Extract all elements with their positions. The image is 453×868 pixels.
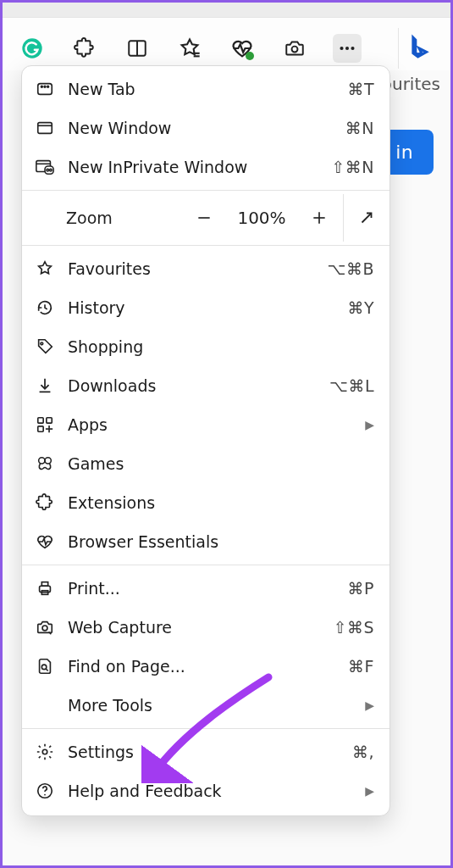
web-capture-toolbar-icon[interactable]: [280, 34, 309, 63]
menu-item-games[interactable]: Games: [22, 444, 389, 483]
new-window-icon: [34, 119, 56, 137]
zoom-label: Zoom: [66, 209, 138, 227]
bing-icon[interactable]: [398, 28, 439, 69]
menu-item-browser-essentials[interactable]: Browser Essentials: [22, 522, 389, 561]
download-icon: [34, 376, 56, 395]
menu-item-apps[interactable]: Apps ▶: [22, 405, 389, 444]
menu-label: Web Capture: [68, 618, 322, 637]
more-menu-button[interactable]: [333, 34, 362, 63]
menu-label: Find on Page...: [68, 657, 336, 676]
help-icon: [34, 782, 56, 800]
menu-shortcut: ⌥⌘B: [328, 259, 374, 278]
menu-item-settings[interactable]: Settings ⌘,: [22, 732, 389, 771]
menu-item-downloads[interactable]: Downloads ⌥⌘L: [22, 366, 389, 405]
svg-point-11: [41, 86, 42, 87]
camera-icon: [34, 618, 56, 637]
menu-separator: [22, 190, 389, 191]
menu-shortcut: ⌘T: [347, 80, 374, 98]
menu-item-new-inprivate[interactable]: New InPrivate Window ⇧⌘N: [22, 147, 389, 186]
svg-rect-10: [38, 84, 52, 95]
menu-shortcut: ⌘F: [348, 657, 374, 676]
star-icon: [34, 259, 56, 278]
menu-label: History: [68, 298, 335, 317]
menu-item-shopping[interactable]: Shopping: [22, 327, 389, 366]
menu-item-favourites[interactable]: Favourites ⌥⌘B: [22, 249, 389, 288]
inprivate-icon: [34, 158, 56, 176]
svg-point-38: [42, 626, 47, 631]
extensions-icon[interactable]: [70, 34, 99, 63]
menu-shortcut: ⌘P: [348, 579, 374, 598]
menu-label: Browser Essentials: [68, 532, 374, 551]
printer-icon: [34, 579, 56, 598]
menu-shortcut: ⇧⌘S: [334, 618, 374, 637]
menu-item-web-capture[interactable]: Web Capture ⇧⌘S: [22, 608, 389, 647]
find-icon: [34, 657, 56, 676]
svg-point-5: [246, 52, 254, 60]
menu-item-extensions[interactable]: Extensions: [22, 483, 389, 522]
menu-label: Games: [68, 454, 374, 473]
history-icon: [34, 298, 56, 317]
svg-point-9: [351, 47, 354, 50]
menu-label: Apps: [68, 415, 350, 434]
split-screen-icon[interactable]: [123, 34, 152, 63]
menu-item-new-window[interactable]: New Window ⌘N: [22, 108, 389, 147]
menu-item-help-feedback[interactable]: Help and Feedback ▶: [22, 771, 389, 810]
svg-point-13: [47, 86, 49, 87]
menu-label: Settings: [68, 743, 340, 761]
svg-line-24: [362, 214, 372, 223]
svg-point-7: [340, 47, 343, 50]
svg-line-40: [46, 669, 48, 671]
browser-essentials-toolbar-icon[interactable]: [228, 34, 257, 63]
window-titlebar: [3, 3, 450, 18]
svg-point-33: [39, 458, 45, 464]
fullscreen-button[interactable]: [344, 194, 389, 242]
menu-label: New Window: [68, 119, 334, 137]
zoom-out-button[interactable]: [180, 194, 228, 242]
tag-icon: [34, 337, 56, 356]
svg-rect-36: [41, 582, 47, 587]
settings-and-more-menu: New Tab ⌘T New Window ⌘N New InPrivate W…: [21, 65, 390, 816]
menu-item-print[interactable]: Print... ⌘P: [22, 569, 389, 608]
svg-point-43: [44, 794, 46, 796]
menu-shortcut: ⌘Y: [347, 298, 374, 317]
menu-shortcut: ⌘N: [345, 119, 374, 137]
svg-rect-29: [47, 418, 52, 423]
svg-point-41: [42, 749, 47, 754]
svg-point-6: [292, 47, 298, 53]
svg-rect-28: [38, 418, 43, 423]
menu-label: New Tab: [68, 80, 335, 98]
menu-item-new-tab[interactable]: New Tab ⌘T: [22, 70, 389, 108]
menu-label: New InPrivate Window: [68, 158, 319, 176]
menu-separator: [22, 728, 389, 729]
chevron-right-icon: ▶: [365, 784, 374, 798]
gear-icon: [34, 743, 56, 761]
menu-item-zoom: Zoom 100%: [22, 194, 389, 242]
menu-label: Extensions: [68, 493, 374, 512]
menu-shortcut: ⌘,: [352, 743, 374, 761]
zoom-in-button[interactable]: [296, 194, 343, 242]
new-tab-icon: [34, 80, 56, 98]
favourites-toolbar-icon[interactable]: [175, 34, 204, 63]
menu-label: Downloads: [68, 376, 318, 395]
heart-pulse-icon: [34, 532, 56, 551]
menu-label: Print...: [68, 579, 336, 598]
svg-point-12: [44, 86, 46, 87]
menu-item-find-on-page[interactable]: Find on Page... ⌘F: [22, 647, 389, 686]
chevron-right-icon: ▶: [365, 698, 374, 712]
svg-point-25: [41, 342, 43, 345]
menu-shortcut: ⌥⌘L: [329, 376, 374, 395]
svg-rect-30: [38, 426, 43, 431]
menu-item-more-tools[interactable]: More Tools ▶: [22, 686, 389, 725]
puzzle-icon: [34, 493, 56, 512]
menu-label: More Tools: [68, 696, 350, 715]
apps-icon: [34, 415, 56, 434]
menu-label: Favourites: [68, 259, 316, 278]
menu-label: Help and Feedback: [68, 782, 350, 800]
grammarly-icon[interactable]: [18, 34, 47, 63]
games-icon: [34, 454, 56, 473]
chevron-right-icon: ▶: [365, 418, 374, 431]
svg-point-8: [345, 47, 349, 50]
menu-separator: [22, 245, 389, 246]
menu-item-history[interactable]: History ⌘Y: [22, 288, 389, 327]
zoom-percent: 100%: [228, 208, 296, 228]
